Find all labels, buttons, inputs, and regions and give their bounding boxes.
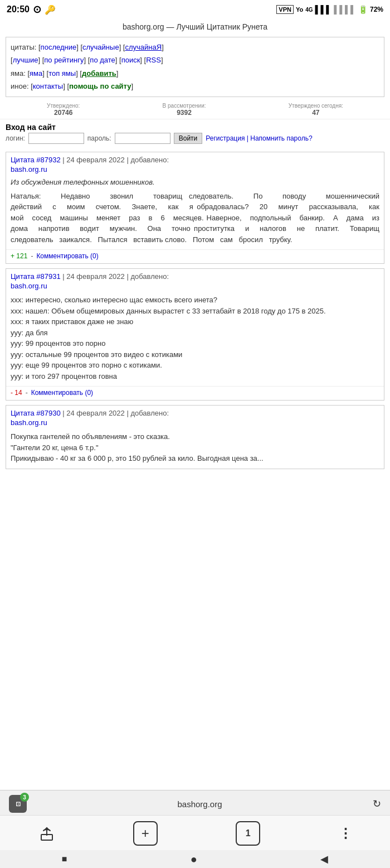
status-time: 20:50 <box>7 4 30 15</box>
vpn-label: VPN <box>276 5 294 14</box>
signal-bars-2: ▌▌▌▌ <box>334 5 356 14</box>
comment-link-1[interactable]: Комментировать (0) <box>36 252 98 260</box>
quote-intro-1: Из обсуждения телефонных мошенников. <box>6 176 384 189</box>
quote-header-2: Цитата #87931 | 24 февраля 2022 | добавл… <box>6 269 384 282</box>
quote-footer-1: + 121 - Комментировать (0) <box>6 249 384 263</box>
stat-today: Утверждено сегодня: 47 <box>289 103 343 117</box>
login-label: логин: <box>6 134 25 142</box>
login-input[interactable] <box>28 133 84 144</box>
quote-id-link-1[interactable]: Цитата #87932 <box>11 156 61 164</box>
yama-label: яма: <box>11 69 26 78</box>
nav-link-luchshie[interactable]: лучшие <box>13 56 38 64</box>
login-form: логин: пароль: Войти Регистрация | Напом… <box>6 133 384 144</box>
nav-link-pomoshch[interactable]: помощь по сайту <box>69 82 131 90</box>
login-title: Вход на сайт <box>6 123 384 132</box>
quote-header-3: Цитата #87930 | 24 февраля 2022 | добавл… <box>6 406 384 418</box>
quote-header-1: Цитата #87932 | 24 февраля 2022 | добавл… <box>6 152 384 165</box>
password-input[interactable] <box>115 133 170 144</box>
source-link-2[interactable]: bash.org.ru <box>11 282 47 290</box>
nav-row-citaty: цитаты: [последние] [случайные] [случайн… <box>11 41 379 54</box>
battery-icon: 🔋 <box>358 5 368 14</box>
quote-text-1: Наталья: Недавно звонил товарищ следоват… <box>6 189 384 250</box>
nav-box: цитаты: [последние] [случайные] [случайн… <box>6 37 384 97</box>
nav-link-kontakty[interactable]: контакты <box>33 82 63 90</box>
quote-block-87931: Цитата #87931 | 24 февраля 2022 | добавл… <box>6 268 384 401</box>
nav-link-sluchajnaya[interactable]: случайнаЯ <box>125 43 162 51</box>
battery-label: 72% <box>370 6 383 13</box>
vote-1: + 121 <box>11 252 27 260</box>
nav-link-rss[interactable]: RSS <box>146 56 161 64</box>
source-link-3[interactable]: bash.org.ru <box>11 418 47 427</box>
quote-block-87930: Цитата #87930 | 24 февраля 2022 | добавл… <box>6 405 384 469</box>
forgot-link[interactable]: Напомнить пароль? <box>250 134 312 142</box>
nav-row-yama: яма: [яма] [топ ямы] [добавить] <box>11 67 379 80</box>
comment-link-2[interactable]: Комментировать (0) <box>31 389 93 397</box>
citaty-label: цитаты: <box>11 43 36 51</box>
nav-link-po-date[interactable]: по дате <box>90 56 115 64</box>
nav-link-sluchajnye[interactable]: случайные <box>82 43 119 51</box>
carrier-label: Yo <box>296 6 303 13</box>
status-icon-key: 🔑 <box>45 4 56 15</box>
signal-bars: ▌▌▌ <box>315 5 332 14</box>
quote-id-link-3[interactable]: Цитата #87930 <box>11 409 61 417</box>
content-area: Цитата #87932 | 24 февраля 2022 | добавл… <box>0 152 390 563</box>
nav-row-luchshie: [лучшие] [по рейтингу] [по дате] [поиск]… <box>11 54 379 66</box>
nav-link-yama[interactable]: яма <box>30 69 42 78</box>
status-left: 20:50 ⊙ 🔑 <box>7 3 56 16</box>
nav-link-poisk[interactable]: поиск <box>121 56 140 64</box>
stats-bar: Утверждено: 20746 В рассмотрении: 9392 У… <box>0 100 390 119</box>
nav-row-inoe: иное: [контакты] [помощь по сайту] <box>11 80 379 93</box>
source-link-1[interactable]: bash.org.ru <box>11 165 47 173</box>
quote-block-87932: Цитата #87932 | 24 февраля 2022 | добавл… <box>6 152 384 264</box>
status-icon-circle: ⊙ <box>33 3 41 16</box>
register-link[interactable]: Регистрация <box>206 134 245 142</box>
nav-link-poslednie[interactable]: последние <box>41 43 77 51</box>
status-bar: 20:50 ⊙ 🔑 VPN Yo 4G ▌▌▌ ▌▌▌▌ 🔋 72% <box>0 0 390 19</box>
nav-link-top-yamy[interactable]: топ ямы <box>48 69 76 78</box>
login-button[interactable]: Войти <box>174 133 203 144</box>
page-title: bashorg.org — Лучший Цитатник Рунета <box>0 19 390 33</box>
quote-text-3: Покупка гантелей по объявлениям - это ск… <box>6 429 384 469</box>
quote-source-1: bash.org.ru <box>6 165 384 176</box>
quote-source-2: bash.org.ru <box>6 282 384 292</box>
status-right: VPN Yo 4G ▌▌▌ ▌▌▌▌ 🔋 72% <box>276 5 383 14</box>
quote-footer-2: - 14 - Комментировать (0) <box>6 386 384 400</box>
vote-2: - 14 <box>11 389 22 397</box>
quote-source-3: bash.org.ru <box>6 418 384 429</box>
login-box: Вход на сайт логин: пароль: Войти Регист… <box>0 119 390 147</box>
login-links: Регистрация | Напомнить пароль? <box>206 134 312 142</box>
quote-text-2: ххх: интересно, сколько интересно щас ем… <box>6 292 384 386</box>
network-label: 4G <box>305 7 313 13</box>
quote-id-link-2[interactable]: Цитата #87931 <box>11 272 61 281</box>
stat-review: В рассмотрении: 9392 <box>163 103 206 117</box>
nav-link-po-rejtingu[interactable]: по рейтингу <box>44 56 84 64</box>
nav-link-dobavit[interactable]: добавить <box>82 69 116 78</box>
inoe-label: иное: <box>11 82 29 90</box>
password-label: пароль: <box>87 134 111 142</box>
stat-approved: Утверждено: 20746 <box>47 103 80 117</box>
